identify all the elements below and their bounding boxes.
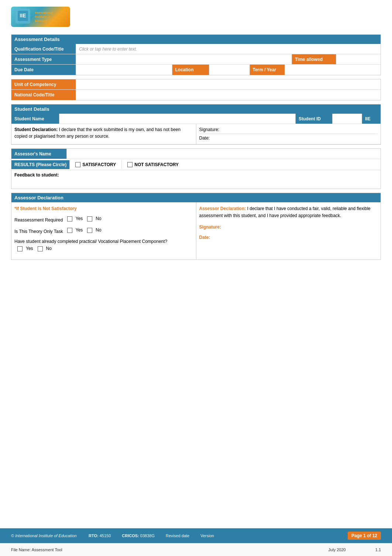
footer-bar: © International Institute of Education R…	[0, 528, 392, 543]
svg-text:International: International	[35, 11, 53, 14]
adecl-right-text: Assessor Declaration: I declare that I h…	[199, 205, 378, 219]
not-satisfactory-checkbox[interactable]	[127, 162, 133, 167]
adecl-date: Date:	[199, 234, 378, 241]
footer-version-label: Version	[200, 533, 214, 538]
not-satisfactory-option[interactable]: NOT SATISFACTORY	[122, 160, 184, 169]
satisfactory-option[interactable]: SATISFACTORY	[70, 160, 122, 169]
assessor-section: Assessor's Name RESULTS (Please Circle) …	[11, 148, 381, 189]
practical-no-checkbox[interactable]	[38, 246, 43, 251]
reassessment-checks: Yes No	[67, 215, 102, 222]
footer-version: 1.1	[375, 548, 381, 552]
student-name-row: Student Name Student ID IIE	[11, 114, 381, 124]
due-date-label: Due Date	[11, 65, 76, 75]
footer-rto: RTO: 45150	[89, 533, 111, 538]
logo: IIE International Institute of Education	[11, 7, 70, 27]
student-id-value[interactable]	[333, 114, 362, 124]
footer-revised: Revised date	[166, 533, 189, 538]
location-label: Location	[172, 65, 209, 75]
logo-text: IIE International Institute of Education	[15, 7, 66, 27]
term-year-value[interactable]	[285, 65, 381, 75]
svg-text:Institute of: Institute of	[35, 15, 50, 18]
practical-yes-checkbox[interactable]	[17, 246, 23, 251]
assessor-declaration-header: Assessor Declaration	[11, 193, 381, 202]
assessor-declaration-left: *If Student is Not Satisfactory Reassess…	[11, 202, 196, 260]
assessment-type-value[interactable]	[76, 54, 292, 64]
theory-checks: Yes No	[67, 227, 102, 234]
uoc-label: Unit of Competency	[11, 79, 76, 89]
reassessment-yes[interactable]: Yes	[67, 215, 83, 222]
footer-date: July 2020	[329, 548, 346, 552]
declaration-row: Student Declaration: I declare that the …	[11, 124, 381, 144]
assessment-details-section: Assessment Details Qualification Code/Ti…	[11, 34, 381, 75]
signature-line: Signature:	[199, 126, 378, 134]
svg-text:IIE: IIE	[20, 13, 26, 18]
main-content: Assessment Details Qualification Code/Ti…	[0, 31, 392, 267]
not-satisfactory-item: *If Student is Not Satisfactory	[14, 205, 193, 212]
assessor-declaration-right: Assessor Declaration: I declare that I h…	[196, 202, 381, 260]
theory-no[interactable]: No	[87, 227, 101, 234]
assessor-name-row: Assessor's Name	[11, 149, 381, 159]
national-code-value[interactable]	[76, 90, 381, 100]
assessor-name-value[interactable]	[67, 149, 381, 159]
uoc-row1: Unit of Competency	[11, 79, 381, 90]
time-allowed-value[interactable]	[336, 54, 381, 64]
national-code-label: National Code/Title	[11, 90, 76, 100]
satisfactory-checkbox[interactable]	[75, 162, 80, 167]
qualification-value[interactable]: Click or tap here to enter text.	[76, 44, 381, 54]
student-details-header: Student Details	[11, 104, 381, 114]
due-date-row: Due Date Location Term / Year	[11, 65, 381, 75]
time-allowed-label: Time allowed	[292, 54, 336, 64]
declaration-text: Student Declaration: I declare that the …	[11, 124, 196, 144]
student-id-label: Student ID	[296, 114, 333, 124]
adecl-signature: Signature:	[199, 224, 378, 231]
assessor-name-label: Assessor's Name	[11, 149, 67, 159]
reassessment-yes-checkbox[interactable]	[67, 216, 72, 222]
svg-text:Education: Education	[35, 19, 49, 23]
reassessment-no[interactable]: No	[87, 215, 101, 222]
reassessment-no-checkbox[interactable]	[87, 216, 92, 222]
theory-only-item: Is This Theory Only Task Yes No	[14, 227, 193, 235]
footer-filename: File Name: Assessment Tool	[11, 548, 62, 552]
assessor-declaration-body: *If Student is Not Satisfactory Reassess…	[11, 202, 381, 260]
qualification-row: Qualification Code/Title Click or tap he…	[11, 44, 381, 54]
footer-copyright: © International Institute of Education	[11, 533, 78, 538]
footer-page: Page 1 of 12	[348, 532, 381, 540]
student-name-label: Student Name	[11, 114, 59, 124]
theory-yes[interactable]: Yes	[67, 227, 83, 234]
results-row: RESULTS (Please Circle) SATISFACTORY NOT…	[11, 159, 381, 170]
qualification-label: Qualification Code/Title	[11, 44, 76, 54]
due-date-value[interactable]	[76, 65, 172, 75]
uoc-row2: National Code/Title	[11, 90, 381, 100]
feedback-row: Feedback to student:	[11, 170, 381, 189]
student-details-section: Student Details Student Name Student ID …	[11, 104, 381, 145]
practical-checks: Yes No	[17, 245, 52, 252]
practical-item: Have student already completed practical…	[14, 238, 193, 254]
uoc-section: Unit of Competency National Code/Title	[11, 79, 381, 100]
practical-no[interactable]: No	[38, 245, 52, 252]
footer: © International Institute of Education R…	[0, 528, 392, 556]
assessment-type-row: Assessment Type Time allowed	[11, 54, 381, 65]
footer-sub: File Name: Assessment Tool July 2020 1.1	[0, 543, 392, 556]
theory-yes-checkbox[interactable]	[67, 228, 72, 233]
uoc-value[interactable]	[76, 79, 381, 89]
term-year-label: Term / Year	[250, 65, 285, 75]
feedback-label: Feedback to student:	[14, 172, 378, 178]
location-value[interactable]	[209, 65, 250, 75]
date-line: Date:	[199, 134, 378, 142]
reassessment-item: Reassessment Required Yes No	[14, 215, 193, 224]
results-label: RESULTS (Please Circle)	[11, 160, 70, 169]
assessment-details-header: Assessment Details	[11, 35, 381, 44]
theory-no-checkbox[interactable]	[87, 228, 92, 233]
assessment-type-label: Assessment Type	[11, 54, 76, 64]
student-name-value[interactable]	[59, 114, 296, 124]
practical-yes[interactable]: Yes	[17, 245, 33, 252]
logo-area: IIE International Institute of Education	[0, 0, 392, 31]
footer-cricos: CRICOS: 03838G	[122, 533, 155, 538]
sig-date-area: Signature: Date:	[196, 124, 381, 144]
assessor-declaration-section: Assessor Declaration *If Student is Not …	[11, 193, 381, 260]
iie-label: IIE	[362, 114, 381, 124]
